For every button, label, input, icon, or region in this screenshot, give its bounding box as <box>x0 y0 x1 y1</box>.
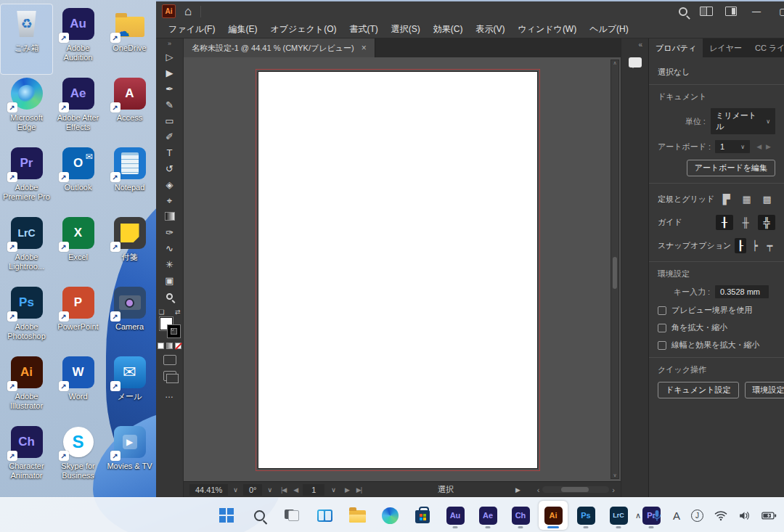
desktop-icon-adobe-premiere-pro[interactable]: Pr ↗ Adobe Premiere Pro <box>1 144 52 213</box>
desktop-icon-microsoft-edge[interactable]: ↗ Microsoft Edge <box>1 74 52 144</box>
workspace-switcher-icon[interactable] <box>700 7 713 16</box>
edit-toolbar-icon[interactable]: … <box>165 390 174 400</box>
desktop-icon-onedrive[interactable]: ☁ ↗ OneDrive <box>104 4 155 74</box>
tab-properties[interactable]: プロパティ <box>649 38 703 57</box>
rectangle-tool[interactable]: ▭ <box>158 112 182 128</box>
microsoft-store-button[interactable] <box>408 501 437 530</box>
next-artboard-icon[interactable]: ▶ <box>766 143 775 150</box>
minimize-button[interactable]: — <box>749 7 764 17</box>
close-tab-icon[interactable]: × <box>362 43 367 53</box>
smart-guides-icon[interactable]: ╬ <box>758 215 775 230</box>
preview-bounds-checkbox[interactable] <box>658 306 666 315</box>
desktop-icon-adobe-after-effects[interactable]: Ae ↗ Adobe After Effects <box>52 74 104 144</box>
search-icon[interactable] <box>679 7 687 16</box>
document-setup-button[interactable]: ドキュメント設定 <box>658 382 739 398</box>
rotate-tool[interactable]: ↺ <box>158 160 182 176</box>
maximize-button[interactable]: ▢ <box>776 7 784 17</box>
desktop-icon-mail[interactable]: ✉ ↗ メール <box>104 353 155 422</box>
taskbar-character-animator-button[interactable]: Ch <box>506 501 535 530</box>
pen-tool[interactable]: ✒ <box>158 81 182 97</box>
color-chip[interactable] <box>158 343 164 349</box>
none-chip[interactable] <box>175 343 181 349</box>
microphone-icon[interactable] <box>652 509 662 522</box>
collapse-panels-icon[interactable]: « <box>638 41 642 49</box>
snap-to-grid-icon[interactable]: ┝ <box>750 238 761 253</box>
menu-window[interactable]: ウィンドウ(W) <box>511 23 583 36</box>
curvature-tool[interactable]: ✎ <box>158 97 182 112</box>
desktop-icon-adobe-photoshop[interactable]: Ps ↗ Adobe Photoshop <box>1 283 52 353</box>
arrange-documents-icon[interactable] <box>725 7 737 16</box>
scale-corners-checkbox[interactable] <box>658 324 666 332</box>
shape-builder-tool[interactable]: ⌖ <box>158 192 182 208</box>
snap-to-pixel-icon[interactable]: ┯ <box>764 238 775 253</box>
prev-artboard-icon[interactable]: ◀ <box>756 143 766 150</box>
desktop-icon-outlook[interactable]: O✉ ↗ Outlook <box>52 144 104 213</box>
desktop-icon-notepad[interactable]: ↗ Notepad <box>104 144 155 213</box>
taskbar-after-effects-button[interactable]: Ae <box>473 501 502 530</box>
tray-overflow-icon[interactable]: ∧ <box>635 511 641 520</box>
eyedropper-tool[interactable]: ✑ <box>158 224 182 240</box>
desktop-icon-sticky-notes[interactable]: ↗ 付箋 <box>104 213 155 283</box>
desktop-icon-skype-for-business[interactable]: S ↗ Skype for Business <box>52 422 104 492</box>
horizontal-scrollbar-thumb[interactable] <box>561 487 589 492</box>
zoom-dropdown-icon[interactable]: ∨ <box>228 486 243 494</box>
eraser-tool[interactable]: ◈ <box>158 176 182 192</box>
menu-effect[interactable]: 効果(C) <box>427 23 470 36</box>
artboard[interactable] <box>258 71 538 469</box>
taskbar-audition-button[interactable]: Au <box>441 501 470 530</box>
desktop-icon-access[interactable]: A ↗ Access <box>104 74 155 144</box>
wifi-icon[interactable] <box>714 510 727 521</box>
gradient-chip[interactable] <box>166 343 173 349</box>
desktop-icon-adobe-audition[interactable]: Au ↗ Adobe Audition <box>52 4 104 74</box>
paintbrush-tool[interactable]: ✐ <box>158 128 182 144</box>
volume-icon[interactable] <box>738 510 751 521</box>
direct-selection-tool[interactable]: ▶ <box>158 65 182 81</box>
preferences-button[interactable]: 環境設定 <box>745 382 784 398</box>
file-explorer-button[interactable] <box>343 501 372 530</box>
tray-app-badge[interactable]: J <box>691 510 703 522</box>
status-flyout-icon[interactable]: ▶ <box>515 486 520 494</box>
tab-cc-libraries[interactable]: CC ライブラリ <box>748 38 784 57</box>
edit-artboards-button[interactable]: アートボードを編集 <box>687 160 775 176</box>
snap-to-point-icon[interactable]: ┠ <box>735 238 746 253</box>
last-artboard-icon[interactable]: ▶| <box>353 486 365 494</box>
menu-view[interactable]: 表示(V) <box>469 23 511 36</box>
hscroll-right-icon[interactable]: › <box>612 486 615 494</box>
document-tab[interactable]: 名称未設定-1 @ 44.41 % (CMYK/プレビュー) × <box>184 38 375 57</box>
home-icon[interactable]: ⌂ <box>184 5 192 17</box>
desktop-icon-word[interactable]: W ↗ Word <box>52 353 104 422</box>
artboard-dropdown[interactable]: 1 ∨ <box>715 140 750 153</box>
show-transparency-grid-icon[interactable]: ▩ <box>759 192 775 207</box>
stroke-color-swatch[interactable] <box>168 325 180 337</box>
units-dropdown[interactable]: ミリメートル ∨ <box>711 108 775 134</box>
scroll-up-icon[interactable]: ∧ <box>613 60 616 66</box>
comments-panel-icon[interactable] <box>629 57 642 67</box>
artboard-number-field[interactable]: 1 <box>303 484 324 496</box>
desktop-icon-movies-and-tv[interactable]: ▶ ↗ Movies & TV <box>104 422 155 492</box>
swap-fill-stroke-icon[interactable]: ⇄ <box>175 308 181 316</box>
taskbar-illustrator-button[interactable]: Ai <box>539 501 568 530</box>
blend-tool[interactable]: ∿ <box>158 240 182 256</box>
menu-type[interactable]: 書式(T) <box>343 23 384 36</box>
screen-mode-button[interactable] <box>163 371 176 381</box>
widgets-button[interactable] <box>310 501 339 530</box>
artboard-dropdown-icon[interactable]: ∨ <box>326 486 341 494</box>
first-artboard-icon[interactable]: |◀ <box>277 486 290 494</box>
selection-tool[interactable]: ▷ <box>158 49 182 65</box>
canvas[interactable]: ∧ ∨ <box>184 57 621 481</box>
desktop-icon-adobe-lightroom[interactable]: LrC ↗ Adobe Lightroo... <box>1 213 52 283</box>
rotation-dropdown-icon[interactable]: ∨ <box>262 486 277 494</box>
menu-file[interactable]: ファイル(F) <box>162 23 221 36</box>
scroll-down-icon[interactable]: ∨ <box>613 472 616 478</box>
show-rulers-icon[interactable]: ▛ <box>718 192 735 207</box>
battery-icon[interactable] <box>761 511 777 520</box>
vertical-scrollbar[interactable]: ∧ ∨ <box>611 60 619 479</box>
drawing-modes-button[interactable] <box>163 355 176 365</box>
artboard-tool[interactable]: ▣ <box>158 272 182 288</box>
prev-artboard-icon[interactable]: ◀ <box>290 486 301 494</box>
vertical-scrollbar-thumb[interactable] <box>613 257 617 289</box>
taskbar-lightroom-button[interactable]: LrC <box>604 501 633 530</box>
default-fill-stroke-icon[interactable]: ❏ <box>159 308 165 316</box>
menu-help[interactable]: ヘルプ(H) <box>583 23 635 36</box>
desktop-icon-recycle-bin[interactable]: ♻ ごみ箱 <box>1 4 52 74</box>
